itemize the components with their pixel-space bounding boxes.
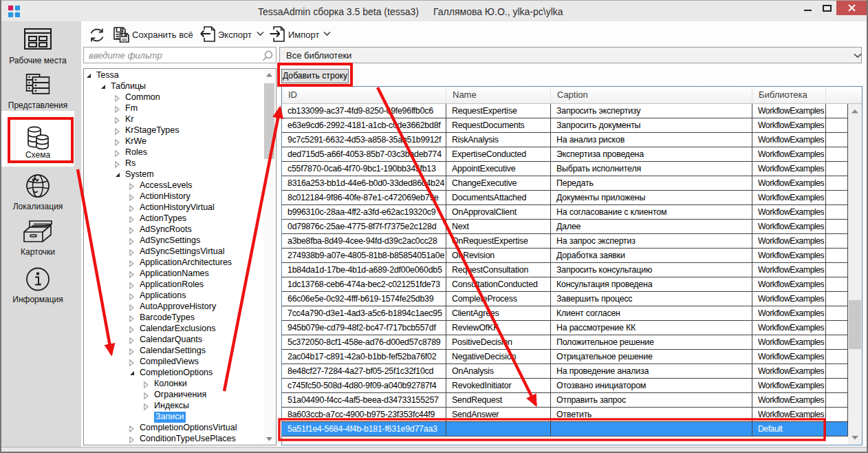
cell-name[interactable]: SendRequest: [446, 393, 551, 408]
scroll-up-icon[interactable]: [266, 73, 272, 77]
cell-caption[interactable]: На запрос экспертиз: [551, 234, 752, 249]
cell-filler[interactable]: [826, 335, 849, 350]
cell-id[interactable]: ded715d5-a66f-4053-85b7-03c3badeb774: [282, 147, 446, 162]
expander-collapsed-icon[interactable]: [129, 304, 134, 311]
tree-scrollbar[interactable]: [263, 70, 275, 445]
expander-collapsed-icon[interactable]: [129, 238, 134, 245]
expander-expanded-icon[interactable]: [129, 370, 135, 376]
import-button[interactable]: Импорт: [288, 30, 319, 40]
expander-collapsed-icon[interactable]: [129, 326, 134, 333]
cell-filler[interactable]: [826, 220, 849, 234]
table-row[interactable]: 945b079e-cd79-48f2-bc47-f717bcb557dfRevi…: [282, 321, 848, 335]
cell-библиотека[interactable]: WorkflowExamples: [752, 162, 826, 176]
library-select[interactable]: Все библиотеки: [279, 47, 862, 63]
table-row[interactable]: 51a04490-f4cc-4af5-beea-d34733155257Send…: [282, 393, 848, 408]
cell-name[interactable]: RevokedInitiator: [446, 379, 551, 393]
expander-collapsed-icon[interactable]: [115, 106, 120, 113]
column-header-Name[interactable]: Name: [446, 87, 551, 103]
cell-name[interactable]: [446, 422, 551, 436]
expander-collapsed-icon[interactable]: [115, 95, 120, 102]
cell-caption[interactable]: Отрицательное решение: [551, 350, 752, 364]
cell-библиотека[interactable]: WorkflowExamples: [752, 277, 826, 292]
cell-name[interactable]: RequestDocuments: [446, 118, 551, 133]
cell-caption[interactable]: Доработка заявки: [551, 249, 752, 263]
table-row[interactable]: 8e48cf27-7284-4a27-bf05-25f1c32f10cdOnAn…: [282, 364, 848, 379]
cell-id[interactable]: 945b079e-cd79-48f2-bc47-f717bcb557df: [282, 321, 446, 335]
table-row[interactable]: 0d79876c-25ae-4775-8f7f-f7375e2c128dNext…: [282, 220, 848, 234]
cell-name[interactable]: RiskAnalysis: [446, 133, 551, 147]
titlebar[interactable]: TessaAdmin сборка 3.5 beta (tessa3) Галл…: [1, 1, 867, 21]
table-row[interactable]: 8a603ccb-a7cc-4900-b975-23f353fc44f9Send…: [282, 408, 848, 422]
cell-name[interactable]: OnRequestExpertise: [446, 234, 551, 249]
cell-name[interactable]: RequestConsultation: [446, 263, 551, 277]
expander-collapsed-icon[interactable]: [129, 337, 134, 344]
expander-collapsed-icon[interactable]: [144, 381, 149, 388]
cell-библиотека[interactable]: WorkflowExamples: [752, 118, 826, 133]
expander-collapsed-icon[interactable]: [129, 293, 134, 300]
cell-библиотека[interactable]: WorkflowExamples: [752, 364, 826, 379]
cell-filler[interactable]: [826, 104, 849, 118]
table-row[interactable]: c745fc50-508d-4d80-9f09-a040b92787f4Revo…: [282, 379, 848, 393]
cell-name[interactable]: ClientAgrees: [446, 306, 551, 321]
cell-filler[interactable]: [826, 393, 849, 408]
cell-библиотека[interactable]: WorkflowExamples: [752, 321, 826, 335]
expander-collapsed-icon[interactable]: [129, 194, 134, 201]
cell-caption[interactable]: Клиент согласен: [551, 306, 752, 321]
expander-expanded-icon[interactable]: [115, 172, 120, 178]
cell-filler[interactable]: [826, 422, 849, 436]
cell-id[interactable]: 5c372050-8cf1-458e-ad76-d00ed57c8789: [282, 335, 446, 350]
cell-name[interactable]: OnApprovalClient: [446, 205, 551, 220]
cell-id[interactable]: 9c7c5291-6632-4d53-a858-35ab51b9912f: [282, 133, 446, 147]
cell-id[interactable]: c55f7870-0ca6-4f70-9bc1-190bb345fb13: [282, 162, 446, 176]
expander-collapsed-icon[interactable]: [129, 436, 134, 443]
expander-collapsed-icon[interactable]: [129, 282, 134, 289]
table-row[interactable]: cb133099-ac37-4fd9-8250-69fe96ffb0c6Requ…: [282, 104, 848, 118]
cell-filler[interactable]: [826, 292, 849, 306]
table-row[interactable]: 1dc13768-ceb6-474a-bec2-c021251fde73Cons…: [282, 277, 848, 292]
cell-библиотека[interactable]: WorkflowExamples: [752, 234, 826, 249]
cell-name[interactable]: DocumentsAttached: [446, 191, 551, 205]
cell-caption[interactable]: Завершить процесс: [551, 292, 752, 306]
cell-caption[interactable]: Запросить документы: [551, 118, 752, 133]
table-row[interactable]: 274938b9-a07e-4805-81b8-b85854051a0eOnRe…: [282, 249, 848, 263]
close-button[interactable]: [836, 1, 867, 15]
expander-collapsed-icon[interactable]: [115, 161, 120, 168]
cell-name[interactable]: OnRevision: [446, 249, 551, 263]
cell-библиотека[interactable]: WorkflowExamples: [752, 263, 826, 277]
cell-библиотека[interactable]: WorkflowExamples: [752, 220, 826, 234]
expander-collapsed-icon[interactable]: [144, 403, 149, 410]
cell-caption[interactable]: [551, 422, 752, 436]
cell-caption[interactable]: На рассмотрение КК: [551, 321, 752, 335]
sidebar-item-views[interactable]: Представления: [1, 74, 74, 113]
cell-библиотека[interactable]: WorkflowExamples: [752, 104, 826, 118]
scroll-up-icon[interactable]: [851, 109, 858, 114]
cell-filler[interactable]: [826, 147, 849, 162]
cell-filler[interactable]: [826, 408, 849, 422]
table-row-selected[interactable]: 5a51f1e4-5684-4f4b-b181-f631e9d77aa3Defa…: [282, 422, 848, 436]
cell-id[interactable]: 1b84da1d-17be-4b1d-a689-2df00e060db5: [282, 263, 446, 277]
cell-библиотека[interactable]: WorkflowExamples: [752, 191, 826, 205]
cell-caption[interactable]: Консультация проведена: [551, 277, 752, 292]
cell-библиотека[interactable]: WorkflowExamples: [752, 379, 826, 393]
filter-input[interactable]: введите фильтр: [83, 47, 276, 63]
cell-caption[interactable]: Ответить: [551, 408, 752, 422]
cell-id[interactable]: a3be8fba-8d49-4cee-94fd-d39c2ac0cc28: [282, 234, 446, 249]
table-row[interactable]: e63e9cd6-2992-4181-a1cb-c0de3662bd8fRequ…: [282, 118, 848, 133]
export-button[interactable]: Экспорт: [218, 30, 252, 40]
cell-caption[interactable]: Передать: [551, 176, 752, 191]
cell-name[interactable]: SendAnswer: [446, 408, 551, 422]
cell-filler[interactable]: [826, 306, 849, 321]
save-all-icon[interactable]: [113, 27, 129, 43]
cell-name[interactable]: RequestExpertise: [446, 104, 551, 118]
sidebar-item-schema[interactable]: Схема: [1, 125, 74, 167]
cell-filler[interactable]: [826, 133, 849, 147]
cell-filler[interactable]: [826, 162, 849, 176]
expander-collapsed-icon[interactable]: [115, 117, 120, 124]
import-chevron-icon[interactable]: [323, 31, 331, 36]
cell-библиотека[interactable]: WorkflowExamples: [752, 306, 826, 321]
cell-filler[interactable]: [826, 321, 849, 335]
cell-caption[interactable]: Далее: [551, 220, 752, 234]
cell-id[interactable]: 66c06e5e-0c92-4fff-b619-1574fe25db39: [282, 292, 446, 306]
table-row[interactable]: b996310c-28aa-4ff2-a3fd-e62ac19320c9OnAp…: [282, 205, 848, 220]
expander-collapsed-icon[interactable]: [129, 260, 134, 267]
